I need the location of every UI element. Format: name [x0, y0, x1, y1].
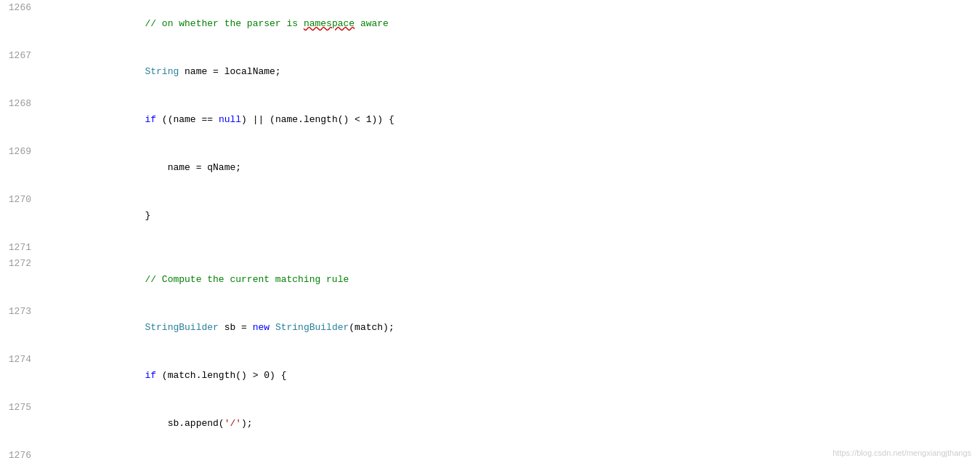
line-code: if ((name == null) || (name.length() < 1…: [40, 96, 980, 144]
table-row: 1272 // Compute the current matching rul…: [0, 256, 980, 304]
line-number: 1267: [0, 48, 40, 96]
line-code: sb.append('/');: [40, 400, 980, 448]
line-code: StringBuilder sb = new StringBuilder(mat…: [40, 304, 980, 352]
line-code: [40, 240, 980, 256]
line-code: if (match.length() > 0) {: [40, 352, 980, 400]
line-code: }: [40, 192, 980, 240]
line-number: 1275: [0, 400, 40, 448]
table-row: 1270 }: [0, 192, 980, 240]
table-row: 1269 name = qName;: [0, 144, 980, 192]
line-number: 1270: [0, 192, 40, 240]
line-number: 1271: [0, 240, 40, 256]
table-row: 1267 String name = localName;: [0, 48, 980, 96]
line-number: 1274: [0, 352, 40, 400]
line-number: 1268: [0, 96, 40, 144]
table-row: 1275 sb.append('/');: [0, 400, 980, 448]
watermark: https://blog.csdn.net/mengxiangjthangs: [833, 448, 971, 457]
table-row: 1266 // on whether the parser is namespa…: [0, 0, 980, 48]
line-number: 1276: [0, 448, 40, 463]
table-row: 1273 StringBuilder sb = new StringBuilde…: [0, 304, 980, 352]
table-row: 1274 if (match.length() > 0) {: [0, 352, 980, 400]
line-code: // on whether the parser is namespace aw…: [40, 0, 980, 48]
line-number: 1273: [0, 304, 40, 352]
line-number: 1269: [0, 144, 40, 192]
code-viewer: 1266 // on whether the parser is namespa…: [0, 0, 980, 463]
line-code: name = qName;: [40, 144, 980, 192]
line-code: String name = localName;: [40, 48, 980, 96]
code-comment: // on whether the parser is namespace aw…: [100, 18, 389, 29]
table-row: 1268 if ((name == null) || (name.length(…: [0, 96, 980, 144]
line-code: // Compute the current matching rule: [40, 256, 980, 304]
table-row: 1271: [0, 240, 980, 256]
line-number: 1266: [0, 0, 40, 48]
line-number: 1272: [0, 256, 40, 304]
